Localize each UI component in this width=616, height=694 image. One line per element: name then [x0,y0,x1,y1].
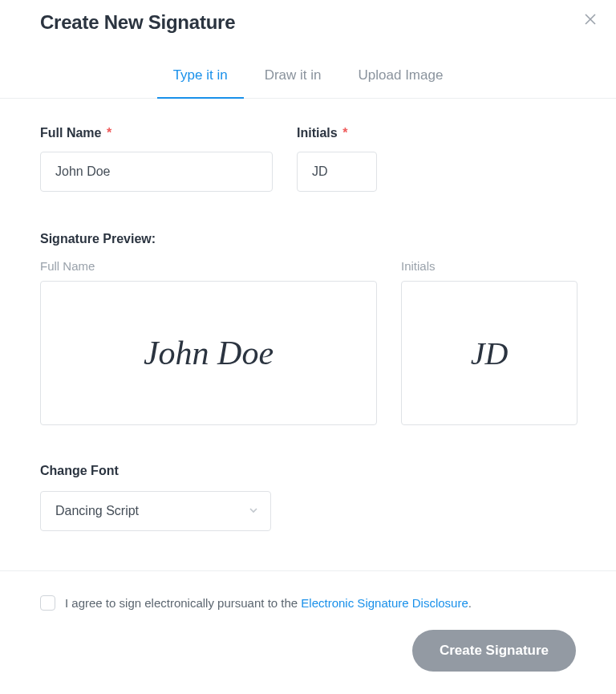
signature-fullname-preview: John Doe [144,334,274,372]
initials-label-text: Initials [297,126,338,140]
fullname-label: Full Name * [40,126,273,140]
tab-draw-it-in[interactable]: Draw it in [261,67,325,98]
preview-col-initials: Initials JD [401,259,578,425]
preview-row: Full Name John Doe Initials JD [40,259,576,425]
fullname-input[interactable] [40,152,273,192]
agree-text: I agree to sign electronically pursuant … [65,596,472,610]
preview-col-fullname: Full Name John Doe [40,259,377,425]
font-select[interactable]: Dancing Script [40,491,271,531]
initials-input[interactable] [297,152,377,192]
preview-box-initials: JD [401,281,578,425]
modal-content: Full Name * Initials * Signature Preview… [0,99,616,570]
agree-text-prefix: I agree to sign electronically pursuant … [65,596,301,610]
signature-preview-label: Signature Preview: [40,232,576,246]
create-signature-button[interactable]: Create Signature [412,630,576,672]
preview-box-fullname: John Doe [40,281,377,425]
agree-row: I agree to sign electronically pursuant … [40,595,576,611]
preview-initials-sublabel: Initials [401,259,578,273]
font-select-value: Dancing Script [55,504,139,518]
signature-initials-preview: JD [471,335,509,372]
tabs: Type it in Draw it in Upload Image [0,67,616,99]
change-font-label: Change Font [40,464,576,478]
initials-label: Initials * [297,126,377,140]
font-select-wrap: Dancing Script [40,491,271,531]
change-font-section: Change Font Dancing Script [40,464,576,531]
disclosure-link[interactable]: Electronic Signature Disclosure [301,596,468,610]
preview-fullname-sublabel: Full Name [40,259,377,273]
agree-text-suffix: . [468,596,472,610]
required-mark: * [342,126,347,140]
close-icon [585,14,596,28]
field-initials: Initials * [297,126,377,192]
modal-footer: I agree to sign electronically pursuant … [0,570,616,694]
create-signature-modal: Create New Signature Type it in Draw it … [0,0,616,694]
agree-checkbox[interactable] [40,595,55,611]
close-button[interactable] [581,11,600,30]
modal-header: Create New Signature [0,0,616,34]
required-mark: * [107,126,111,140]
fullname-label-text: Full Name [40,126,101,140]
modal-title: Create New Signature [40,11,235,34]
input-row: Full Name * Initials * [40,126,576,192]
tab-type-it-in[interactable]: Type it in [170,67,231,98]
footer-actions: Create Signature [40,630,576,672]
tab-upload-image[interactable]: Upload Image [355,67,447,98]
field-fullname: Full Name * [40,126,273,192]
